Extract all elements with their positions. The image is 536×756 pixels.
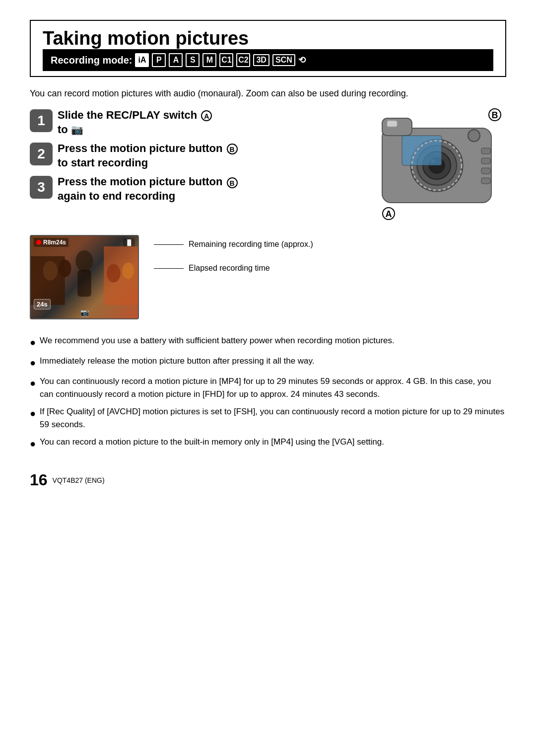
svg-rect-14: [387, 121, 397, 127]
svg-rect-9: [481, 148, 490, 154]
label-B: B: [488, 108, 501, 121]
svg-point-23: [123, 262, 134, 279]
bullet-4: ●: [30, 406, 36, 421]
svg-point-22: [107, 264, 120, 282]
note-1: ● We recommend you use a battery with su…: [30, 334, 506, 350]
lcd-battery-icon: ▐▌: [123, 238, 135, 246]
svg-rect-11: [481, 168, 490, 174]
remaining-time-label: Remaining recording time (approx.): [189, 240, 313, 249]
svg-rect-12: [481, 178, 490, 184]
elapsed-time-label-item: Elapsed recording time: [154, 264, 313, 273]
mode-S: S: [186, 53, 200, 67]
camera-svg: [377, 108, 496, 223]
rec-dot: [36, 240, 41, 245]
step-1-text: Slide the REC/PLAY switch A to 📷: [58, 108, 212, 137]
title-box: Taking motion pictures Recording mode: i…: [30, 20, 506, 77]
notes-section: ● We recommend you use a battery with su…: [30, 334, 506, 451]
page-title: Taking motion pictures: [43, 28, 493, 49]
lcd-camera-icon: 📷: [80, 308, 89, 316]
mode-A: A: [169, 53, 183, 67]
recording-mode-bar: Recording mode: iA P A S M C1 C2 3D SCN …: [43, 49, 493, 71]
step-2-badge: 2: [30, 143, 53, 165]
step-3: 3 Press the motion picture button B agai…: [30, 175, 367, 203]
step-2-text: Press the motion picture button B to sta…: [58, 142, 238, 170]
note-3-text: You can continuously record a motion pic…: [40, 375, 506, 400]
elapsed-time-label: Elapsed recording time: [189, 264, 270, 273]
mode-C2: C2: [236, 53, 250, 67]
svg-point-20: [43, 261, 58, 281]
intro-text: You can record motion pictures with audi…: [30, 87, 506, 100]
remaining-time-label-item: Remaining recording time (approx.): [154, 240, 313, 249]
step-2: 2 Press the motion picture button B to s…: [30, 142, 367, 170]
note-4: ● If [Rec Quality] of [AVCHD] motion pic…: [30, 405, 506, 431]
note-5: ● You can record a motion picture to the…: [30, 436, 506, 451]
svg-rect-1: [382, 118, 412, 136]
recording-mode-label: Recording mode:: [51, 55, 132, 66]
page-number: 16: [30, 471, 48, 489]
page-code: VQT4B27 (ENG): [53, 476, 105, 484]
step-1-badge: 1: [30, 109, 53, 132]
note-2: ● Immediately release the motion picture…: [30, 355, 506, 370]
bullet-3: ●: [30, 376, 36, 390]
footer: 16 VQT4B27 (ENG): [30, 471, 506, 489]
label-A: A: [382, 207, 395, 220]
circle-B-step3: B: [227, 177, 238, 188]
mode-C1: C1: [219, 53, 233, 67]
note-1-text: We recommend you use a battery with suff…: [40, 334, 395, 347]
note-3: ● You can continuously record a motion p…: [30, 375, 506, 400]
svg-point-8: [468, 130, 480, 142]
mode-panorama: ⟲: [298, 55, 306, 66]
mode-P: P: [152, 53, 166, 67]
circle-B-step2: B: [227, 144, 238, 154]
camera-icon-step1: 📷: [71, 124, 83, 135]
mode-3D: 3D: [253, 54, 269, 66]
steps-camera-row: 1 Slide the REC/PLAY switch A to 📷 2 Pre…: [30, 108, 506, 225]
mode-SCN: SCN: [272, 54, 295, 66]
lcd-remaining-value: R8m24s: [43, 239, 66, 246]
lcd-scene-svg: [31, 246, 138, 305]
steps-col: 1 Slide the REC/PLAY switch A to 📷 2 Pre…: [30, 108, 367, 209]
svg-rect-18: [77, 270, 91, 297]
mode-iA: iA: [135, 53, 149, 67]
bullet-1: ●: [30, 335, 36, 350]
step-3-badge: 3: [30, 176, 53, 199]
mode-M: M: [202, 53, 216, 67]
svg-point-17: [75, 250, 93, 272]
lcd-elapsed-display: 24s: [34, 299, 51, 309]
note-2-text: Immediately release the motion picture b…: [40, 355, 314, 368]
circle-A-step1: A: [201, 110, 212, 121]
lcd-screen: R8m24s ▐▌ 24s 📷: [30, 235, 139, 319]
bullet-2: ●: [30, 355, 36, 370]
svg-point-21: [59, 260, 71, 277]
step-3-text: Press the motion picture button B again …: [58, 175, 238, 203]
note-5-text: You can record a motion picture to the b…: [40, 436, 384, 449]
step-1: 1 Slide the REC/PLAY switch A to 📷: [30, 108, 367, 137]
lcd-section: R8m24s ▐▌ 24s 📷: [30, 235, 506, 319]
camera-illustration: B A: [377, 108, 506, 225]
note-4-text: If [Rec Quality] of [AVCHD] motion pictu…: [40, 405, 506, 431]
svg-rect-10: [481, 158, 490, 164]
bullet-5: ●: [30, 436, 36, 451]
lcd-labels: Remaining recording time (approx.) Elaps…: [154, 235, 313, 288]
